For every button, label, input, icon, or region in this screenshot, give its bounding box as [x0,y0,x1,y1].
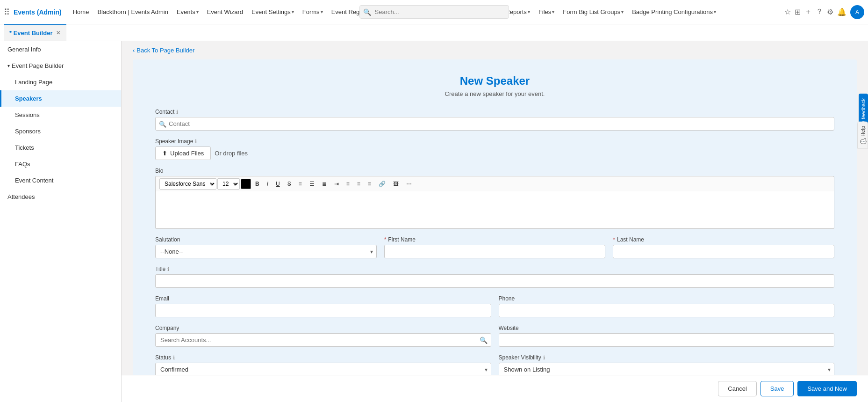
indent-button[interactable]: ⇥ [331,179,342,189]
email-label: Email [155,295,491,302]
sidebar-item-tickets[interactable]: Tickets [0,139,121,156]
website-input[interactable] [499,333,835,347]
phone-input[interactable] [499,304,835,317]
bio-text-area[interactable] [155,191,834,229]
back-link[interactable]: ‹ Back To Page Builder [133,47,857,54]
rich-toolbar: Salesforce Sans 12 B I U S ≡ ☰ ≣ [155,176,834,191]
company-field: Company 🔍 [155,325,491,347]
sidebar-item-faqs[interactable]: FAQs [0,156,121,172]
company-search-icon[interactable]: 🔍 [480,336,488,344]
sidebar-item-sponsors[interactable]: Sponsors [0,123,121,139]
sidebar-item-attendees[interactable]: Attendees [0,189,121,205]
company-search-wrapper: 🔍 [155,333,491,347]
top-nav-item-home[interactable]: Home [69,0,93,24]
sidebar-item-event-content[interactable]: Event Content [0,172,121,189]
email-phone-section: Email Phone [155,295,834,317]
last-name-label: * Last Name [613,236,834,243]
align-left-button[interactable]: ≡ [295,179,305,189]
more-button[interactable]: ⋯ [403,179,415,189]
font-size-wrapper: 12 [217,178,240,190]
last-name-field: * Last Name [613,236,834,258]
visibility-wrapper: Shown on Listing Hidden [499,363,835,376]
status-select[interactable]: Confirmed Pending Rejected [155,363,491,376]
sidebar-group-event-page-builder[interactable]: ▾Event Page Builder [0,58,121,74]
salutation-wrapper: --None-- Mr. Ms. Mrs. Dr. [155,245,377,258]
font-size-select[interactable]: 12 [217,178,240,190]
font-family-select[interactable]: Salesforce Sans [159,178,216,190]
bell-icon[interactable]: 🔔 [837,7,846,16]
color-picker[interactable] [241,179,251,189]
first-name-field: * First Name [384,236,606,258]
italic-button[interactable]: I [264,179,272,189]
close-icon[interactable]: ✕ [56,30,60,36]
bold-button[interactable]: B [252,179,263,189]
website-label: Website [499,325,835,331]
sidebar-item-sessions[interactable]: Sessions [0,107,121,123]
title-info-icon[interactable]: ℹ [167,266,169,272]
chevron-down-icon: ▾ [621,9,624,15]
speaker-image-info-icon[interactable]: ℹ [195,139,197,145]
top-nav-item-blackthorn--events-admin[interactable]: Blackthorn | Events Admin [93,0,172,24]
top-nav-item-events[interactable]: Events▾ [173,0,202,24]
upload-files-button[interactable]: ⬆ Upload Files [155,146,211,160]
help-tab[interactable]: 💬 Help [857,122,868,149]
star-icon[interactable]: ☆ [784,7,791,16]
tab-event-builder[interactable]: * Event Builder ✕ [4,24,66,41]
gear-icon[interactable]: ⚙ [827,7,833,16]
status-label: Status ℹ [155,354,491,361]
ordered-list-button[interactable]: ☰ [306,179,318,189]
question-icon[interactable]: ？ [816,7,823,17]
cancel-button[interactable]: Cancel [718,381,756,396]
save-button[interactable]: Save [760,381,794,396]
contact-label: Contact ℹ [155,109,834,115]
sidebar-item-landing-page[interactable]: Landing Page [0,74,121,90]
grid-icon[interactable]: ⊞ [795,7,801,16]
avatar[interactable]: A [850,5,864,19]
top-nav-item-event-wizard[interactable]: Event Wizard [203,0,247,24]
title-input[interactable] [155,274,834,288]
first-name-input[interactable] [384,245,606,258]
upload-area: ⬆ Upload Files Or drop files [155,146,834,160]
save-and-new-button[interactable]: Save and New [797,381,857,396]
visibility-select[interactable]: Shown on Listing Hidden [499,363,835,376]
salutation-field: Salutation --None-- Mr. Ms. Mrs. Dr. [155,236,377,258]
top-nav-item-forms[interactable]: Forms▾ [299,0,327,24]
last-name-input[interactable] [613,245,834,258]
justify-button[interactable]: ≡ [365,179,374,189]
help-icon: 💬 [860,139,866,145]
unordered-list-button[interactable]: ≣ [319,179,330,189]
visibility-info-icon[interactable]: ℹ [543,355,545,361]
search-container: 🔍 [359,5,509,19]
bio-section: Bio Salesforce Sans 12 B I [155,168,834,229]
sidebar-item-general-info[interactable]: General Info [0,41,121,58]
email-input[interactable] [155,304,491,317]
app-grid-icon[interactable]: ⠿ [4,7,10,17]
top-nav-item-files[interactable]: Files▾ [535,0,558,24]
contact-section: Contact ℹ 🔍 [155,109,834,131]
salutation-label: Salutation [155,236,377,243]
status-info-icon[interactable]: ℹ [173,355,175,361]
top-nav-item-form-big-list-groups[interactable]: Form Big List Groups▾ [559,0,627,24]
tab-label: * Event Builder [9,29,52,37]
image-button[interactable]: 🖼 [390,179,402,189]
salutation-select[interactable]: --None-- Mr. Ms. Mrs. Dr. [155,245,377,258]
action-bar: Cancel Save Save and New [122,375,868,402]
contact-input[interactable] [155,117,834,131]
chevron-down-icon: ▾ [196,9,199,15]
strikethrough-button[interactable]: S [284,179,294,189]
underline-button[interactable]: U [273,179,283,189]
sidebar-item-speakers[interactable]: Speakers [0,90,121,107]
bio-label: Bio [155,168,834,174]
align-center-button[interactable]: ≡ [343,179,353,189]
top-nav-item-badge-printing-configurations[interactable]: Badge Printing Configurations▾ [628,0,720,24]
main-layout: General Info▾Event Page BuilderLanding P… [0,41,868,402]
align-right-button[interactable]: ≡ [354,179,364,189]
link-button[interactable]: 🔗 [375,179,389,189]
form-title: New Speaker [155,74,834,88]
contact-info-icon[interactable]: ℹ [176,109,178,115]
search-input[interactable] [359,5,509,19]
top-nav-item-event-settings[interactable]: Event Settings▾ [248,0,298,24]
company-input[interactable] [155,333,491,347]
plus-icon[interactable]: ＋ [804,7,812,17]
chevron-down-icon: ▾ [714,9,716,15]
